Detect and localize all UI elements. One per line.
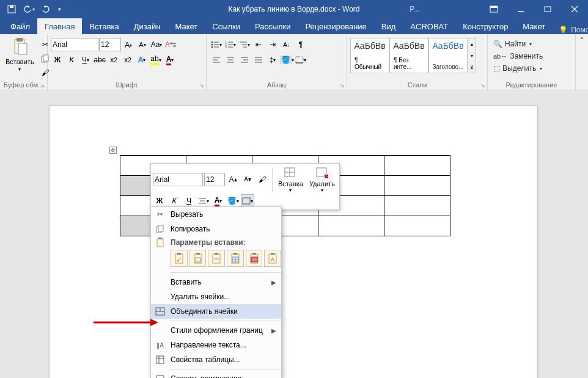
font-color-button[interactable]: A▾ (163, 53, 177, 67)
shrink-font-button[interactable]: A▾ (136, 38, 149, 51)
mini-grow-font[interactable]: A▴ (226, 173, 240, 186)
font-size-combo[interactable] (99, 38, 121, 51)
select-button[interactable]: ⬚Выделить▾ (491, 63, 545, 74)
italic-button[interactable]: К (65, 53, 78, 67)
mini-italic[interactable]: К (167, 194, 181, 208)
borders-button[interactable]: ▾ (294, 53, 307, 67)
tab-table-layout[interactable]: Макет (515, 18, 553, 34)
style-normal[interactable]: АаБбВв¶ Обычный (350, 38, 389, 73)
ctx-new-comment[interactable]: Создать примечание (151, 371, 281, 378)
tab-design[interactable]: Дизайн (127, 18, 168, 34)
ctx-delete-cells[interactable]: Удалить ячейки... (151, 289, 281, 304)
shading-button[interactable]: 🪣▾ (280, 53, 293, 67)
mini-borders[interactable]: ▾ (241, 194, 254, 208)
font-name-combo[interactable] (51, 38, 98, 51)
svg-point-17 (211, 46, 213, 48)
underline-button[interactable]: Ч▾ (79, 53, 92, 67)
align-center-button[interactable] (224, 53, 237, 67)
style-gallery-expand[interactable]: ⊻ (468, 65, 476, 70)
ctx-cut[interactable]: ✂Вырезать (151, 207, 281, 222)
table-move-handle[interactable]: ✥ (109, 147, 117, 154)
show-marks-button[interactable]: ¶ (294, 38, 307, 51)
mini-bold[interactable]: Ж (153, 194, 166, 208)
tab-file[interactable]: Файл (3, 18, 37, 34)
paste-opt-overwrite[interactable] (246, 250, 263, 267)
superscript-button[interactable]: x2 (121, 53, 134, 67)
mini-font-color[interactable]: A▾ (211, 194, 225, 208)
subscript-button[interactable]: x2 (107, 53, 120, 67)
tab-insert[interactable]: Вставка (82, 18, 126, 34)
ctx-text-direction[interactable]: ∥AНаправление текста... (151, 338, 281, 352)
mini-insert-button[interactable]: Вставка▾ (276, 165, 306, 193)
ctx-merge-cells[interactable]: Объединить ячейки (151, 304, 281, 319)
tab-view[interactable]: Вид (374, 18, 403, 34)
maximize-button[interactable] (534, 0, 561, 18)
ctx-table-properties[interactable]: Свойства таблицы... (151, 352, 281, 367)
styles-launcher[interactable]: ↘ (480, 82, 485, 89)
paste-button[interactable]: Вставить ▾ (3, 36, 37, 73)
mini-font-size[interactable] (204, 173, 225, 186)
mini-format-painter[interactable]: 🖌 (255, 173, 269, 186)
tab-references[interactable]: Ссылки (205, 18, 248, 34)
grow-font-button[interactable]: A▴ (122, 38, 135, 51)
tell-me[interactable]: 💡 Помощ... (553, 26, 588, 34)
highlight-button[interactable]: ab▾ (149, 53, 163, 67)
replace-button[interactable]: ab↔Заменить (491, 51, 545, 62)
tab-home[interactable]: Главная (37, 18, 82, 34)
decrease-indent-button[interactable]: ⇤ (252, 38, 265, 51)
ctx-insert[interactable]: Вставить▶ (151, 275, 281, 289)
font-launcher[interactable]: ↘ (199, 82, 204, 89)
mini-toolbar: A▴ A▾ 🖌 Вставка▾ Удалить▾ Ж К Ч ▾ A▾ (150, 163, 340, 210)
clipboard-launcher[interactable]: ↘ (40, 82, 45, 89)
sort-button[interactable]: A↓ (280, 38, 293, 51)
style-heading1[interactable]: АаБбВвЗаголово... (428, 38, 468, 73)
tab-table-design[interactable]: Конструктор (455, 18, 515, 34)
redo-button[interactable] (38, 1, 54, 17)
paste-opt-text-only[interactable]: A (264, 250, 281, 267)
tab-mailings[interactable]: Рассылки (248, 18, 298, 34)
bold-button[interactable]: Ж (51, 53, 64, 67)
justify-button[interactable] (252, 53, 265, 67)
mini-shrink-font[interactable]: A▾ (241, 173, 254, 186)
collapse-ribbon-button[interactable]: ˄ (576, 34, 588, 90)
text-effects-button[interactable]: A▾ (135, 53, 149, 67)
align-right-button[interactable] (238, 53, 251, 67)
increase-indent-button[interactable]: ⇥ (266, 38, 279, 51)
mini-shading[interactable]: 🪣▾ (226, 194, 240, 208)
style-no-spacing[interactable]: АаБбВв¶ Без инте... (389, 38, 428, 73)
mini-underline[interactable]: Ч (182, 194, 196, 208)
tab-acrobat[interactable]: ACROBAT (403, 18, 455, 34)
ctx-copy[interactable]: Копировать (151, 222, 281, 236)
svg-rect-55 (158, 238, 162, 239)
minimize-button[interactable] (507, 0, 534, 18)
multilevel-list-button[interactable]: ▾ (238, 38, 251, 51)
paste-opt-nest-table[interactable] (189, 250, 207, 267)
save-button[interactable] (4, 1, 20, 17)
style-scroll-up[interactable]: ▴ (468, 42, 476, 47)
paste-opt-merge[interactable] (208, 250, 225, 267)
mini-align[interactable]: ▾ (197, 194, 210, 208)
clear-formatting-button[interactable]: A⥃ (164, 38, 177, 51)
style-scroll-down[interactable]: ▾ (468, 53, 476, 59)
qat-customize[interactable]: ▾ (55, 1, 64, 17)
strikethrough-button[interactable]: abc (93, 53, 106, 67)
account-label[interactable]: Р... (403, 5, 425, 13)
undo-button[interactable]: ▾ (21, 1, 37, 17)
ribbon-display-options[interactable] (480, 0, 507, 18)
ctx-border-styles[interactable]: Стили оформления границ▶ (151, 323, 281, 338)
paste-opt-keep-source[interactable]: 🖌 (171, 250, 188, 267)
find-button[interactable]: 🔍Найти▾ (491, 38, 534, 49)
tab-layout[interactable]: Макет (167, 18, 205, 34)
tab-review[interactable]: Рецензирование (298, 18, 373, 34)
mini-delete-button[interactable]: Удалить▾ (307, 165, 337, 193)
paste-opt-insert-new[interactable] (227, 250, 244, 267)
line-spacing-button[interactable]: ‡▾ (266, 53, 279, 67)
change-case-button[interactable]: Aa▾ (150, 38, 163, 51)
mini-font-name[interactable] (153, 173, 203, 186)
close-button[interactable] (561, 0, 588, 18)
paragraph-launcher[interactable]: ↘ (340, 82, 345, 89)
align-left-button[interactable] (210, 53, 223, 67)
bullets-button[interactable]: ▾ (210, 38, 223, 51)
numbering-button[interactable]: 123▾ (224, 38, 237, 51)
page[interactable]: ✥ A▴ A▾ 🖌 Вставка▾ Удал (49, 106, 538, 378)
